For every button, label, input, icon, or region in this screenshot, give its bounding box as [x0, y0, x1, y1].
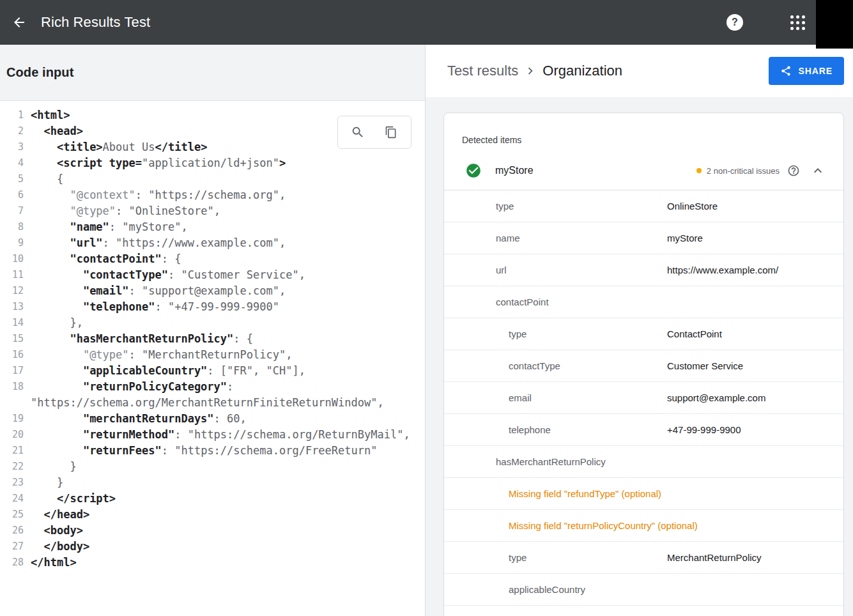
collapse-item-button[interactable] [808, 160, 828, 181]
chevron-up-icon [810, 163, 826, 178]
code-text: </head> [24, 507, 424, 523]
property-value: +47-99-999-9900 [667, 424, 741, 435]
detected-item-name: myStore [495, 165, 534, 176]
code-text: "email": "support@example.com", [24, 283, 424, 299]
apps-grid-icon [789, 14, 806, 31]
missing-field-warning-row: Missing field "returnPolicyCountry" (opt… [444, 509, 843, 541]
line-number: 25 [0, 507, 24, 523]
code-line: 6 "@context": "https://schema.org", [0, 187, 424, 203]
code-line: 9 "url": "https://www.example.com", [0, 235, 424, 251]
line-number: 3 [0, 139, 24, 155]
code-text: "url": "https://www.example.com", [24, 235, 424, 251]
code-line: 25 </head> [0, 507, 424, 523]
detected-items-label: Detected items [444, 113, 843, 151]
code-line: 23 } [0, 475, 424, 491]
code-input-title: Code input [6, 65, 73, 80]
code-line: 4 <script type="application/ld+json"> [0, 155, 424, 171]
line-number: 15 [0, 331, 24, 347]
code-line: 21 "returnFees": "https://schema.org/Fre… [0, 443, 424, 459]
copy-code-button[interactable] [378, 119, 404, 145]
copy-icon [385, 126, 397, 139]
code-text: } [24, 459, 424, 475]
line-number: 14 [0, 315, 24, 331]
section-row-contactPoint: contactPoint [444, 286, 843, 318]
rich-results-test-screen: Rich Results Test ? Code input 1<html>2 … [0, 0, 853, 616]
line-number: 8 [0, 219, 24, 235]
code-lines: 1<html>2 <head>3 <title>About Us</title>… [0, 107, 424, 571]
code-line: 7 "@type": "OnlineStore", [0, 203, 424, 219]
code-line: 22 } [0, 459, 424, 475]
code-line: 11 "contactType": "Customer Service", [0, 267, 424, 283]
code-text: "@type": "OnlineStore", [24, 203, 424, 219]
warning-text: Missing field "returnPolicyCountry" (opt… [444, 520, 698, 531]
code-editor[interactable]: 1<html>2 <head>3 <title>About Us</title>… [0, 102, 424, 616]
back-button[interactable] [5, 8, 33, 36]
code-line: 19 "merchantReturnDays": 60, [0, 411, 424, 427]
code-line: 8 "name": "myStore", [0, 219, 424, 235]
property-value: ContactPoint [667, 328, 722, 339]
results-content: Detected items myStore 2 non-critical is… [426, 97, 853, 616]
code-text: }, [24, 315, 424, 331]
property-name: telephone [444, 424, 551, 435]
code-text: "returnMethod": "https://schema.org/Retu… [24, 427, 424, 443]
code-text: { [24, 171, 424, 187]
section-name: contactPoint [444, 296, 549, 307]
line-number: 26 [0, 523, 24, 539]
line-number: 22 [0, 459, 24, 475]
test-results-panel: Test results Organization SHARE Detected… [426, 45, 853, 616]
profile-avatar-placeholder[interactable] [816, 0, 853, 49]
share-button[interactable]: SHARE [769, 57, 844, 85]
line-number: 23 [0, 475, 24, 491]
line-number: 19 [0, 411, 24, 427]
code-text: "@type": "MerchantReturnPolicy", [24, 347, 424, 363]
code-text: "contactType": "Customer Service", [24, 267, 424, 283]
property-name: email [444, 392, 532, 403]
property-row-telephone: telephone+47-99-999-9900 [444, 413, 843, 445]
breadcrumb-test-results[interactable]: Test results [447, 63, 518, 79]
line-number: 27 [0, 539, 24, 555]
line-number: 9 [0, 235, 24, 251]
property-name: name [444, 233, 520, 243]
editor-toolbar [337, 116, 411, 149]
property-value: support@example.com [667, 392, 765, 403]
code-text: "hasMerchantReturnPolicy": { [24, 331, 424, 347]
property-row-name: namemyStore [444, 222, 843, 254]
line-number: 13 [0, 299, 24, 315]
property-row-url: urlhttps://www.example.com/ [444, 254, 843, 286]
code-text: "returnPolicyCategory": "https://schema.… [24, 379, 424, 411]
code-line: 26 <body> [0, 523, 424, 539]
line-number: 12 [0, 283, 24, 299]
missing-field-warning-row: Missing field "refundType" (optional) [444, 477, 843, 509]
help-button[interactable]: ? [726, 14, 743, 31]
search-code-button[interactable] [345, 119, 371, 145]
apps-grid-button[interactable] [789, 14, 806, 31]
code-line: 13 "telephone": "+47-99-999-9900" [0, 299, 424, 315]
code-text: "@context": "https://schema.org", [24, 187, 424, 203]
property-row-type: typeMerchantReturnPolicy [444, 541, 843, 573]
detected-items-card: Detected items myStore 2 non-critical is… [443, 112, 844, 616]
line-number: 5 [0, 171, 24, 187]
check-circle-icon [465, 162, 482, 179]
code-text: </body> [24, 539, 424, 555]
code-text: "contactPoint": { [24, 251, 424, 267]
code-text: <body> [24, 523, 424, 539]
section-row-applicableCountry: applicableCountry [444, 573, 843, 605]
property-name: type [444, 328, 526, 339]
line-number: 18 [0, 379, 24, 411]
line-number: 24 [0, 491, 24, 507]
line-number: 17 [0, 363, 24, 379]
code-line: 24 </script> [0, 491, 424, 507]
property-value: myStore [667, 233, 703, 243]
line-number: 6 [0, 187, 24, 203]
code-text: "telephone": "+47-99-999-9900" [24, 299, 424, 315]
code-line: 5 { [0, 171, 424, 187]
issues-count-text: 2 non-critical issues [707, 166, 780, 176]
code-line: 14 }, [0, 315, 424, 331]
line-number: 21 [0, 443, 24, 459]
line-number: 20 [0, 427, 24, 443]
code-input-panel: Code input 1<html>2 <head>3 <title>About… [0, 45, 426, 616]
line-number: 2 [0, 123, 24, 139]
breadcrumb: Test results Organization [447, 63, 622, 79]
property-row-type: typeContactPoint [444, 318, 843, 350]
issues-help-button[interactable] [783, 160, 804, 181]
